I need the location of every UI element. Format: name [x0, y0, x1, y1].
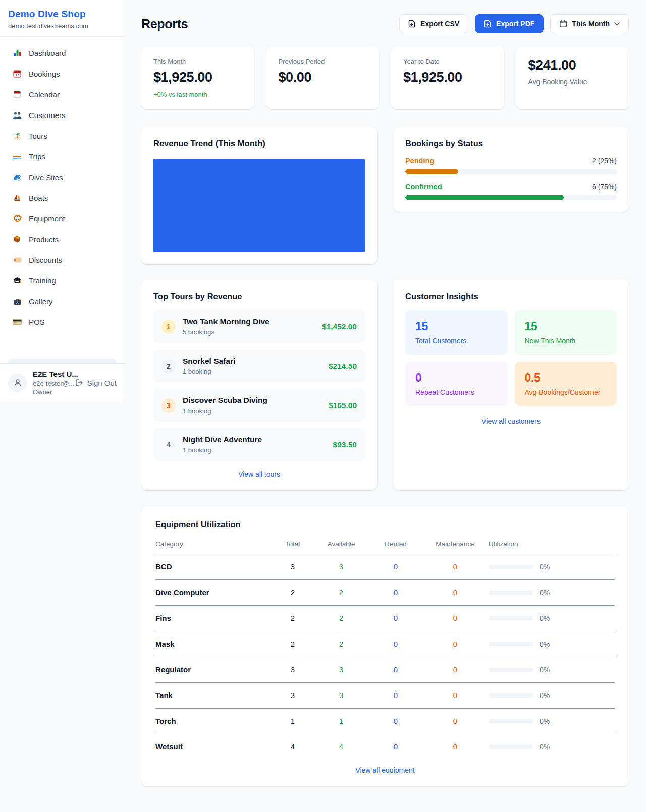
- sidebar-item-dive-sites[interactable]: Dive Sites: [6, 168, 119, 186]
- stat-value: $1,925.00: [153, 70, 242, 85]
- wave-icon: [12, 172, 22, 182]
- equipment-category: BCD: [155, 554, 273, 580]
- sign-out-button[interactable]: Sign Out: [75, 379, 117, 387]
- equipment-available: 1: [313, 709, 369, 734]
- tag-icon: [12, 255, 22, 264]
- tour-bookings: 1 booking: [183, 368, 235, 375]
- shop-header: Demo Dive Shop demo.test.divestreams.com: [0, 0, 125, 37]
- customer-insights-title: Customer Insights: [405, 292, 617, 301]
- equipment-total: 2: [273, 606, 313, 631]
- sidebar-item-boats[interactable]: Boats: [6, 189, 119, 207]
- dive-mask-icon: [12, 214, 22, 223]
- equipment-category: Regulator: [155, 657, 273, 683]
- rank-badge: 1: [162, 320, 176, 334]
- sidebar-item-bookings[interactable]: 17 Bookings: [6, 65, 119, 83]
- user-info: E2E Test U... e2e-tester@... Owner: [33, 369, 69, 397]
- col-header-utilization: Utilization: [489, 536, 615, 554]
- header-actions: Export CSV Export PDF This Month: [399, 14, 629, 33]
- utilization-percent: 0%: [540, 743, 550, 751]
- island-icon: [12, 131, 22, 140]
- tour-name: Night Dive Adventure: [183, 435, 262, 444]
- top-tours-title: Top Tours by Revenue: [153, 292, 365, 301]
- sidebar-item-training[interactable]: Training: [6, 271, 119, 289]
- sidebar-item-dashboard[interactable]: Dashboard: [6, 44, 119, 62]
- shop-name: Demo Dive Shop: [8, 9, 117, 20]
- utilization-bar: [489, 642, 533, 646]
- grad-cap-icon: [12, 276, 22, 285]
- tour-list-item: 4 Night Dive Adventure 1 booking $93.50: [153, 428, 365, 461]
- view-all-tours-link[interactable]: View all tours: [153, 470, 365, 478]
- main-content: Reports Export CSV Export PDF This Month…: [125, 0, 646, 812]
- status-bar-fill: [405, 195, 564, 200]
- status-row-pending: Pending 2 (25%): [405, 157, 617, 174]
- status-bar-track: [405, 169, 617, 174]
- credit-card-icon: [12, 317, 22, 326]
- equipment-rented: 0: [369, 709, 422, 734]
- equipment-available: 2: [313, 580, 369, 606]
- equipment-rented: 0: [369, 631, 422, 657]
- stat-label: Year to Date: [403, 57, 492, 65]
- utilization-percent: 0%: [540, 589, 550, 597]
- equipment-utilization-card: Equipment Utilization Category Total Ava…: [141, 506, 629, 786]
- col-header-maintenance: Maintenance: [422, 536, 489, 554]
- equipment-available: 3: [313, 657, 369, 683]
- sidebar-item-equipment[interactable]: Equipment: [6, 209, 119, 227]
- col-header-total: Total: [273, 536, 313, 554]
- bar-chart-icon: [12, 48, 22, 57]
- equipment-utilization-cell: 0%: [489, 657, 615, 683]
- stat-card-this-month: This Month $1,925.00 +0% vs last month: [141, 46, 254, 109]
- revenue-trend-title: Revenue Trend (This Month): [153, 139, 365, 148]
- period-label: This Month: [572, 20, 610, 28]
- sidebar-item-label: Equipment: [29, 214, 65, 223]
- user-email: e2e-tester@...: [33, 379, 69, 388]
- equipment-available: 3: [313, 683, 369, 709]
- utilization-bar: [489, 668, 533, 672]
- speedboat-icon: [12, 152, 22, 161]
- view-all-customers-link[interactable]: View all customers: [405, 417, 617, 425]
- tour-list-item: 3 Discover Scuba Diving 1 booking $165.0…: [153, 389, 365, 422]
- sidebar-item-gallery[interactable]: Gallery: [6, 292, 119, 310]
- status-count: 2 (25%): [592, 157, 617, 165]
- sidebar-item-calendar[interactable]: Calendar: [6, 85, 119, 103]
- period-dropdown[interactable]: This Month: [550, 14, 629, 33]
- sidebar-item-customers[interactable]: Customers: [6, 106, 119, 124]
- shop-domain: demo.test.divestreams.com: [8, 22, 117, 30]
- calendar-date-icon: 17: [12, 69, 22, 78]
- stat-label: Avg Booking Value: [528, 78, 617, 86]
- equipment-total: 4: [273, 734, 313, 755]
- tour-revenue: $214.50: [329, 362, 357, 371]
- export-pdf-button[interactable]: Export PDF: [475, 14, 544, 33]
- revenue-trend-card: Revenue Trend (This Month): [141, 127, 377, 264]
- tour-revenue: $93.50: [333, 440, 357, 449]
- sidebar-item-reports-partial[interactable]: [8, 359, 117, 363]
- sidebar-item-label: Boats: [29, 194, 48, 202]
- utilization-bar: [489, 616, 533, 620]
- tour-bookings: 5 bookings: [183, 328, 270, 336]
- equipment-category: Torch: [155, 709, 273, 734]
- stat-card-avg-booking-value: $241.00 Avg Booking Value: [516, 46, 629, 109]
- tour-revenue: $1,452.00: [322, 322, 357, 331]
- sidebar-item-label: Products: [29, 235, 59, 244]
- equipment-available: 2: [313, 606, 369, 631]
- tile-value: 0: [415, 371, 498, 385]
- table-row: Wetsuit 4 4 0 0 0%: [155, 734, 615, 755]
- equipment-available: 4: [313, 734, 369, 755]
- sidebar-item-products[interactable]: Products: [6, 230, 119, 248]
- export-csv-button[interactable]: Export CSV: [399, 14, 468, 33]
- status-bar-fill: [405, 169, 458, 174]
- utilization-bar: [489, 565, 533, 569]
- table-row: Dive Computer 2 2 0 0 0%: [155, 580, 615, 606]
- equipment-maintenance: 0: [422, 631, 489, 657]
- avatar: [8, 374, 27, 392]
- sidebar-item-discounts[interactable]: Discounts: [6, 251, 119, 269]
- sidebar-item-tours[interactable]: Tours: [6, 127, 119, 145]
- stat-card-year-to-date: Year to Date $1,925.00: [391, 46, 504, 109]
- sidebar-item-label: Dive Sites: [29, 173, 63, 182]
- status-row-confirmed: Confirmed 6 (75%): [405, 183, 617, 200]
- view-all-equipment-link[interactable]: View all equipment: [155, 766, 615, 774]
- sidebar-item-pos[interactable]: POS: [6, 313, 119, 331]
- equipment-maintenance: 0: [422, 683, 489, 709]
- sidebar-item-trips[interactable]: Trips: [6, 147, 119, 165]
- rank-badge: 4: [162, 438, 176, 452]
- equipment-utilization-cell: 0%: [489, 580, 615, 606]
